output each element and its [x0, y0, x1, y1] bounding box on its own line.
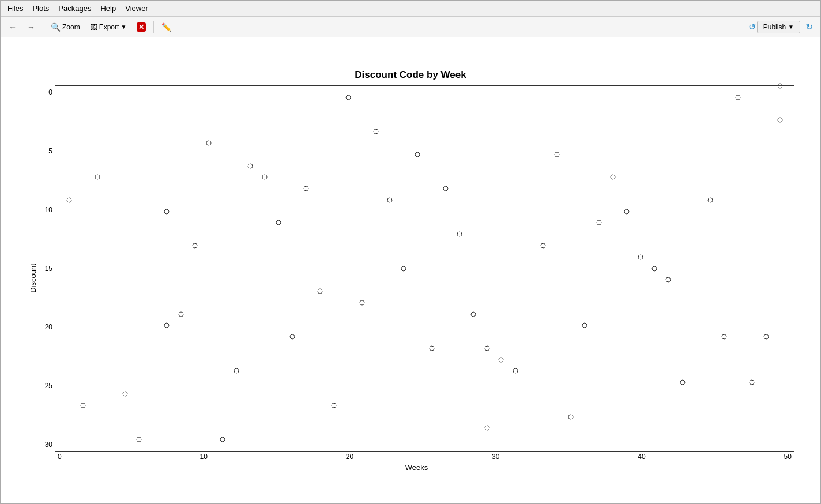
zoom-button[interactable]: 🔍 Zoom	[46, 20, 85, 34]
data-point	[164, 209, 170, 214]
menu-packages[interactable]: Packages	[54, 3, 96, 14]
data-point	[485, 426, 490, 431]
data-point	[555, 152, 560, 157]
data-point	[373, 129, 378, 134]
data-point	[596, 220, 601, 225]
data-point	[95, 175, 100, 180]
data-point	[318, 289, 323, 294]
data-point	[137, 437, 142, 442]
clear-button[interactable]: ✕	[132, 20, 150, 34]
publish-arrow-icon: ▼	[788, 24, 794, 30]
toolbar-separator-1	[43, 21, 43, 33]
data-point	[220, 437, 225, 442]
y-tick-10: 10	[39, 206, 52, 214]
data-point	[777, 84, 782, 89]
plot-and-yaxis: 30 25 20 15 10 5 0	[39, 85, 794, 452]
data-point	[387, 197, 393, 202]
data-point	[443, 186, 448, 191]
data-point	[485, 345, 490, 351]
menu-help[interactable]: Help	[96, 3, 120, 14]
data-point	[345, 95, 351, 100]
x-axis-label: Weeks	[39, 463, 794, 472]
data-point	[736, 95, 741, 100]
data-point	[624, 209, 629, 214]
data-point	[332, 403, 337, 408]
broom-button[interactable]: ✏️	[157, 20, 176, 34]
data-point	[359, 300, 364, 305]
data-point	[750, 380, 755, 385]
export-button[interactable]: 🖼 Export ▼	[86, 21, 131, 33]
x-tick-10: 10	[200, 453, 208, 461]
data-point	[401, 266, 406, 271]
data-point	[429, 345, 434, 351]
data-point	[67, 197, 72, 202]
x-tick-50: 50	[784, 453, 792, 461]
data-point	[610, 175, 615, 180]
menu-files[interactable]: Files	[3, 3, 28, 14]
x-tick-40: 40	[638, 453, 645, 461]
data-point	[304, 186, 309, 191]
data-point	[289, 334, 295, 340]
data-point	[81, 403, 86, 408]
data-point	[192, 243, 197, 248]
data-point	[471, 311, 476, 317]
menu-plots[interactable]: Plots	[28, 3, 54, 14]
x-tick-0: 0	[58, 453, 62, 461]
data-point	[457, 232, 462, 237]
data-point	[582, 323, 587, 328]
data-point	[777, 118, 782, 123]
main-window: Files Plots Packages Help Viewer ← → 🔍 Z…	[0, 0, 821, 504]
export-icon: 🖼	[91, 23, 97, 31]
data-point	[722, 334, 727, 340]
menubar: Files Plots Packages Help Viewer	[1, 1, 820, 17]
data-point	[568, 414, 574, 419]
data-point	[206, 140, 211, 145]
data-point	[234, 368, 239, 374]
data-point	[638, 254, 643, 259]
x-tick-20: 20	[346, 453, 353, 461]
data-point	[652, 266, 657, 271]
menu-viewer[interactable]: Viewer	[120, 3, 153, 14]
plot-box	[55, 85, 794, 452]
x-ticks: 0 10 20 30 40 50	[55, 452, 794, 461]
chart-container: Discount Code by Week Discount 30 25 20 …	[6, 43, 815, 498]
x-ticks-spacer	[39, 452, 55, 461]
plot-content: Discount Code by Week Discount 30 25 20 …	[1, 37, 820, 503]
data-point	[707, 197, 713, 202]
publish-icon: ↺	[748, 21, 756, 32]
y-tick-20: 20	[39, 323, 52, 331]
y-tick-5: 5	[39, 147, 52, 155]
y-tick-0: 0	[39, 88, 52, 96]
data-point	[164, 323, 170, 328]
chart-title: Discount Code by Week	[355, 69, 466, 81]
data-point	[763, 334, 769, 340]
broom-icon: ✏️	[161, 22, 171, 32]
data-point	[666, 277, 671, 283]
forward-button[interactable]: →	[22, 20, 40, 34]
chart-area: Discount 30 25 20 15 10 5 0	[27, 85, 794, 472]
y-tick-15: 15	[39, 265, 52, 273]
back-button[interactable]: ←	[4, 20, 21, 34]
data-point	[680, 380, 685, 385]
refresh-button[interactable]: ↻	[801, 19, 817, 35]
data-point	[276, 220, 281, 225]
publish-button[interactable]: Publish ▼	[757, 21, 800, 33]
y-ticks: 30 25 20 15 10 5 0	[39, 85, 55, 452]
data-point	[248, 163, 253, 168]
close-icon: ✕	[137, 22, 146, 32]
zoom-icon: 🔍	[51, 22, 61, 32]
data-point	[178, 311, 183, 317]
y-tick-30: 30	[39, 441, 52, 449]
data-point	[415, 152, 420, 157]
data-point	[262, 175, 267, 180]
zoom-label: Zoom	[62, 23, 80, 31]
y-tick-25: 25	[39, 382, 52, 390]
export-label: Export	[99, 23, 119, 31]
data-point	[540, 243, 545, 248]
x-axis-row: 0 10 20 30 40 50	[39, 452, 794, 461]
x-tick-30: 30	[492, 453, 499, 461]
toolbar-separator-2	[153, 21, 154, 33]
chart-inner: 30 25 20 15 10 5 0	[39, 85, 794, 472]
export-arrow-icon: ▼	[120, 24, 126, 30]
data-point	[122, 392, 127, 397]
